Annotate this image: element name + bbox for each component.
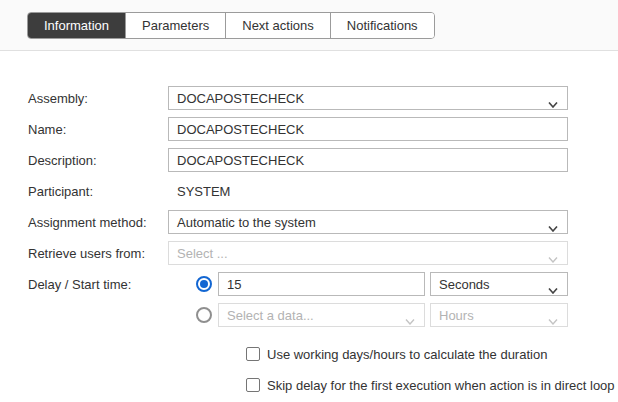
name-input[interactable] [168, 117, 568, 141]
assignment-method-row: Assignment method: Automatic to the syst… [28, 210, 618, 234]
information-form: Assembly: DOCAPOSTECHECK Name: Descripti… [0, 51, 618, 397]
assignment-method-select-value: Automatic to the system [177, 215, 316, 230]
retrieve-users-select-placeholder: Select ... [177, 246, 228, 261]
assignment-method-select[interactable]: Automatic to the system [168, 210, 568, 234]
participant-row: Participant: SYSTEM [28, 179, 618, 203]
assembly-row: Assembly: DOCAPOSTECHECK [28, 86, 618, 110]
chevron-down-icon [548, 251, 558, 266]
chevron-down-icon [548, 220, 558, 235]
working-days-checkbox-label: Use working days/hours to calculate the … [267, 347, 547, 362]
delay-duration-input[interactable] [218, 272, 425, 296]
chevron-down-icon [405, 313, 415, 328]
participant-label: Participant: [28, 184, 168, 199]
delay-data-radio[interactable] [196, 307, 212, 323]
participant-value: SYSTEM [177, 184, 230, 199]
retrieve-users-row: Retrieve users from: Select ... [28, 241, 618, 265]
assembly-select[interactable]: DOCAPOSTECHECK [168, 86, 568, 110]
working-days-checkbox[interactable] [246, 347, 260, 361]
tab-next-actions[interactable]: Next actions [225, 13, 330, 38]
assembly-label: Assembly: [28, 91, 168, 106]
description-row: Description: [28, 148, 618, 172]
chevron-down-icon [548, 282, 558, 297]
delay-duration-unit-select[interactable]: Seconds [430, 272, 568, 296]
tab-bar: Information Parameters Next actions Noti… [0, 0, 618, 51]
assignment-method-label: Assignment method: [28, 215, 168, 230]
delay-data-row: Select a data... Hours [28, 303, 618, 327]
tab-notifications[interactable]: Notifications [330, 13, 434, 38]
working-days-checkbox-row: Use working days/hours to calculate the … [246, 342, 618, 366]
chevron-down-icon [548, 313, 558, 328]
delay-duration-unit-value: Seconds [439, 277, 490, 292]
skip-delay-checkbox[interactable] [246, 378, 260, 392]
skip-delay-checkbox-row: Skip delay for the first execution when … [246, 373, 618, 397]
name-label: Name: [28, 122, 168, 137]
description-label: Description: [28, 153, 168, 168]
tab-group: Information Parameters Next actions Noti… [27, 12, 435, 39]
delay-data-unit-select: Hours [430, 303, 568, 327]
action-properties-panel: Information Parameters Next actions Noti… [0, 0, 618, 402]
skip-delay-checkbox-label: Skip delay for the first execution when … [267, 378, 615, 393]
tab-information[interactable]: Information [28, 13, 125, 38]
delay-duration-radio[interactable] [196, 276, 212, 292]
name-row: Name: [28, 117, 618, 141]
delay-data-unit-value: Hours [439, 308, 474, 323]
chevron-down-icon [548, 96, 558, 111]
delay-start-time-label: Delay / Start time: [28, 277, 168, 292]
assembly-select-value: DOCAPOSTECHECK [177, 91, 304, 106]
retrieve-users-label: Retrieve users from: [28, 246, 168, 261]
description-input[interactable] [168, 148, 568, 172]
delay-duration-row: Delay / Start time: Seconds [28, 272, 618, 296]
delay-data-select: Select a data... [218, 303, 425, 327]
delay-data-select-placeholder: Select a data... [227, 308, 314, 323]
retrieve-users-select: Select ... [168, 241, 568, 265]
tab-parameters[interactable]: Parameters [125, 13, 225, 38]
